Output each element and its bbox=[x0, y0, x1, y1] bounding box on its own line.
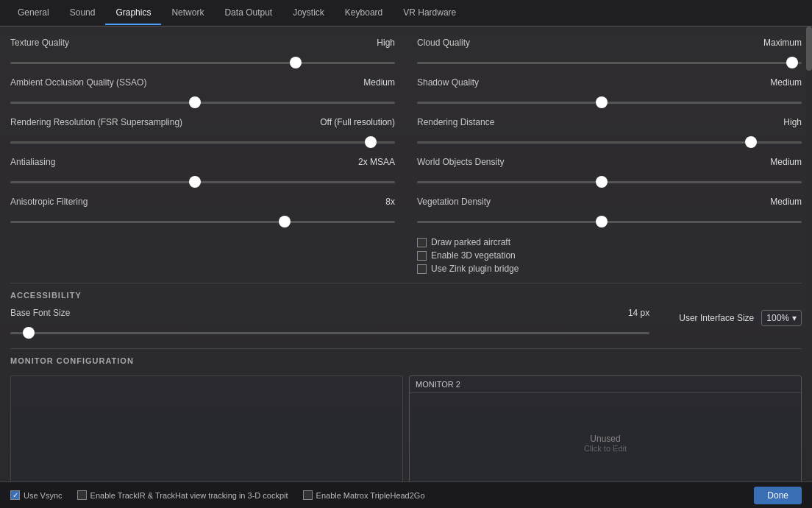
tab-data-output[interactable]: Data Output bbox=[214, 1, 282, 25]
font-size-label: Base Font Size bbox=[10, 308, 172, 318]
bottom-bar: ✓ Use Vsync Enable TrackIR & TrackHat vi… bbox=[0, 481, 812, 508]
tab-keyboard[interactable]: Keyboard bbox=[335, 1, 393, 25]
monitor-2-title: MONITOR 2 bbox=[410, 376, 801, 393]
tab-general[interactable]: General bbox=[7, 1, 60, 25]
graphics-grid: Texture Quality High Ambient Occlusion Q… bbox=[10, 34, 802, 278]
antialiasing-row: Antialiasing 2x MSAA bbox=[10, 153, 395, 171]
texture-quality-label: Texture Quality bbox=[10, 38, 172, 48]
monitor-1-box[interactable] bbox=[10, 375, 403, 481]
monitor-2-status: Unused bbox=[590, 434, 620, 444]
zink-plugin-row[interactable]: Use Zink plugin bridge bbox=[417, 262, 802, 275]
settings-content: Texture Quality High Ambient Occlusion Q… bbox=[0, 27, 812, 481]
matrox-checkbox-row[interactable]: Enable Matrox TripleHead2Go bbox=[303, 490, 425, 500]
texture-quality-value: High bbox=[377, 38, 395, 48]
ui-size-label: User Interface Size bbox=[679, 313, 754, 323]
font-size-slider-row bbox=[10, 322, 649, 344]
matrox-checkbox[interactable] bbox=[303, 490, 313, 500]
zink-plugin-label: Use Zink plugin bridge bbox=[431, 264, 519, 274]
font-size-section: Base Font Size 14 px bbox=[10, 304, 649, 344]
tab-vr-hardware[interactable]: VR Hardware bbox=[393, 1, 466, 25]
anisotropic-row: Anisotropic Filtering 8x bbox=[10, 193, 395, 211]
ambient-occlusion-row: Ambient Occlusion Quality (SSAO) Medium bbox=[10, 74, 395, 91]
ui-size-dropdown[interactable]: 100% ▾ bbox=[761, 310, 802, 326]
rendering-resolution-value: Off (Full resolution) bbox=[320, 117, 395, 127]
trackir-checkbox-row[interactable]: Enable TrackIR & TrackHat view tracking … bbox=[77, 490, 288, 500]
vegetation-density-label: Vegetation Density bbox=[417, 197, 579, 207]
texture-quality-slider-container bbox=[10, 55, 395, 70]
trackir-checkbox[interactable] bbox=[77, 490, 87, 500]
anisotropic-slider[interactable] bbox=[10, 221, 395, 223]
scrollbar-thumb[interactable] bbox=[806, 27, 812, 71]
anisotropic-slider-row bbox=[10, 211, 395, 233]
cloud-quality-slider-container bbox=[417, 55, 802, 70]
ui-size-dropdown-value: 100% bbox=[766, 313, 789, 323]
shadow-quality-slider-row bbox=[417, 91, 802, 113]
vegetation-density-slider-container bbox=[417, 214, 802, 229]
rendering-resolution-slider[interactable] bbox=[10, 141, 395, 144]
antialiasing-slider-row bbox=[10, 171, 395, 193]
world-objects-row: World Objects Density Medium bbox=[417, 153, 802, 171]
scrollbar[interactable] bbox=[806, 27, 812, 481]
rendering-resolution-slider-container bbox=[10, 135, 395, 149]
enable-3d-veg-row[interactable]: Enable 3D vegetation bbox=[417, 249, 802, 262]
right-column: Cloud Quality Maximum Shadow Quality Med… bbox=[417, 34, 802, 278]
rendering-distance-value: High bbox=[783, 117, 802, 127]
accessibility-section: Base Font Size 14 px User Interface Size… bbox=[10, 304, 802, 344]
shadow-quality-slider-container bbox=[417, 95, 802, 110]
tab-graphics[interactable]: Graphics bbox=[105, 1, 161, 25]
ambient-occlusion-slider-row bbox=[10, 91, 395, 113]
enable-3d-veg-checkbox[interactable] bbox=[417, 251, 427, 261]
vegetation-density-value: Medium bbox=[770, 197, 802, 207]
ambient-occlusion-slider[interactable] bbox=[10, 102, 395, 104]
tab-network[interactable]: Network bbox=[161, 1, 214, 25]
monitor-grid: MONITOR 2 Unused Click to Edit bbox=[10, 375, 802, 481]
font-size-slider[interactable] bbox=[10, 332, 649, 334]
ui-size-section: User Interface Size 100% ▾ bbox=[679, 304, 802, 326]
done-button[interactable]: Done bbox=[754, 487, 802, 504]
vsync-checkbox-row[interactable]: ✓ Use Vsync bbox=[10, 490, 63, 500]
antialiasing-slider[interactable] bbox=[10, 181, 395, 183]
draw-parked-checkbox[interactable] bbox=[417, 238, 427, 247]
anisotropic-label: Anisotropic Filtering bbox=[10, 197, 172, 207]
monitor-2-box[interactable]: MONITOR 2 Unused Click to Edit bbox=[409, 375, 802, 481]
vsync-label: Use Vsync bbox=[24, 491, 63, 500]
antialiasing-slider-container bbox=[10, 174, 395, 189]
monitor-2-action: Click to Edit bbox=[584, 444, 627, 453]
shadow-quality-slider[interactable] bbox=[417, 102, 802, 104]
texture-quality-slider-row bbox=[10, 52, 395, 74]
antialiasing-value: 2x MSAA bbox=[358, 157, 395, 167]
rendering-distance-row: Rendering Distance High bbox=[417, 113, 802, 131]
world-objects-slider-container bbox=[417, 174, 802, 189]
monitor-2-content: Unused Click to Edit bbox=[410, 393, 801, 481]
vegetation-density-slider-row bbox=[417, 211, 802, 233]
tab-bar: General Sound Graphics Network Data Outp… bbox=[0, 0, 812, 27]
draw-parked-row[interactable]: Draw parked aircraft bbox=[417, 236, 802, 249]
matrox-label: Enable Matrox TripleHead2Go bbox=[316, 491, 425, 500]
rendering-resolution-row: Rendering Resolution (FSR Supersampling)… bbox=[10, 113, 395, 131]
texture-quality-row: Texture Quality High bbox=[10, 34, 395, 52]
shadow-quality-label: Shadow Quality bbox=[417, 77, 579, 88]
vegetation-density-slider[interactable] bbox=[417, 221, 802, 223]
tab-joystick[interactable]: Joystick bbox=[282, 1, 335, 25]
shadow-quality-row: Shadow Quality Medium bbox=[417, 74, 802, 91]
left-column: Texture Quality High Ambient Occlusion Q… bbox=[10, 34, 395, 278]
anisotropic-slider-container bbox=[10, 214, 395, 229]
world-objects-slider-row bbox=[417, 171, 802, 193]
antialiasing-label: Antialiasing bbox=[10, 157, 172, 167]
vsync-checkbox[interactable]: ✓ bbox=[10, 490, 20, 500]
ambient-occlusion-value: Medium bbox=[363, 77, 395, 88]
cloud-quality-slider[interactable] bbox=[417, 62, 802, 64]
checkboxes-section: Draw parked aircraft Enable 3D vegetatio… bbox=[417, 233, 802, 278]
rendering-resolution-label: Rendering Resolution (FSR Supersampling) bbox=[10, 117, 182, 127]
cloud-quality-label: Cloud Quality bbox=[417, 38, 579, 48]
enable-3d-veg-label: Enable 3D vegetation bbox=[431, 250, 516, 261]
rendering-distance-slider[interactable] bbox=[417, 141, 802, 144]
font-size-row: Base Font Size 14 px bbox=[10, 304, 649, 322]
zink-plugin-checkbox[interactable] bbox=[417, 264, 427, 274]
cloud-quality-slider-row bbox=[417, 52, 802, 74]
world-objects-slider[interactable] bbox=[417, 181, 802, 183]
font-size-slider-container bbox=[10, 325, 649, 340]
trackir-label: Enable TrackIR & TrackHat view tracking … bbox=[90, 491, 288, 500]
tab-sound[interactable]: Sound bbox=[60, 1, 106, 25]
texture-quality-slider[interactable] bbox=[10, 62, 395, 64]
